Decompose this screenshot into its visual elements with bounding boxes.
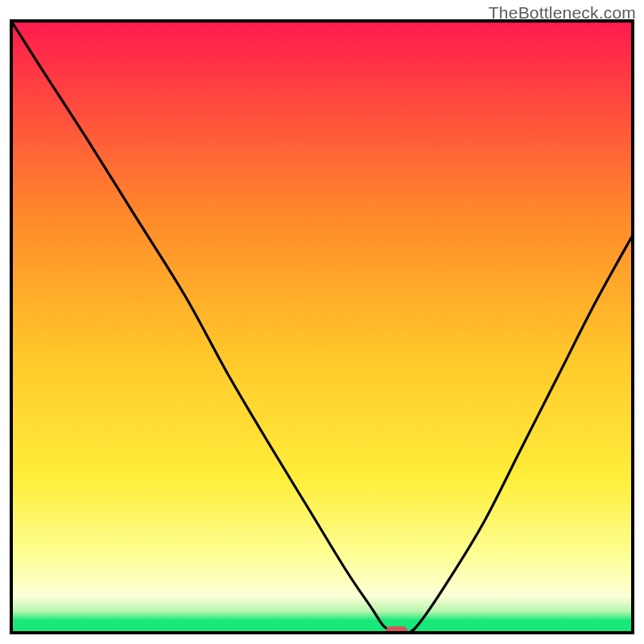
- bottleneck-chart: [0, 0, 644, 644]
- plot-background: [11, 21, 633, 633]
- watermark-text: TheBottleneck.com: [489, 3, 636, 23]
- chart-container: TheBottleneck.com: [0, 0, 644, 644]
